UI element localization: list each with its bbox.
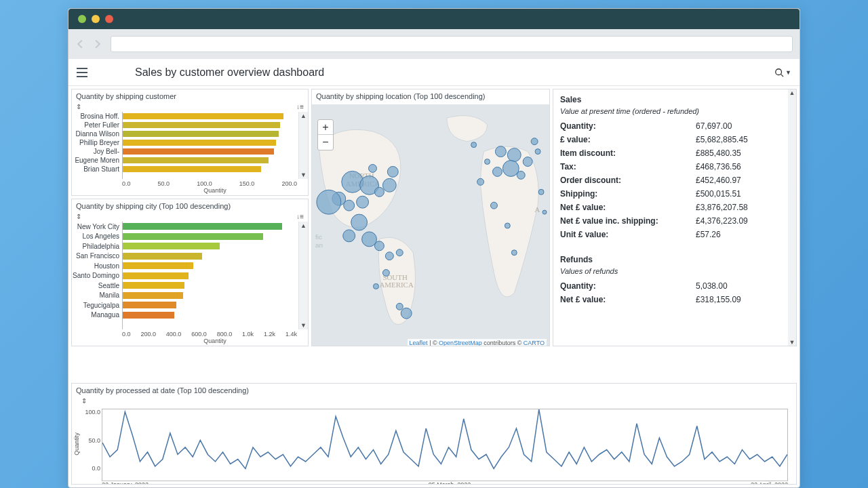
bar-row: [123, 310, 288, 321]
bar-row: [123, 232, 288, 242]
svg-point-27: [373, 283, 378, 289]
svg-point-13: [317, 190, 341, 214]
window-max-dot[interactable]: [105, 15, 113, 23]
bar[interactable]: [123, 243, 220, 249]
svg-point-23: [374, 241, 384, 251]
bar[interactable]: [123, 233, 263, 240]
bar[interactable]: [123, 223, 282, 230]
back-icon[interactable]: [75, 39, 85, 49]
panel-quantity-by-customer: Quantity by shipping customer ⇕↓≡ Brosin…: [71, 89, 309, 196]
sort-icon[interactable]: ⇕: [76, 213, 81, 220]
bar[interactable]: [123, 262, 193, 269]
svg-point-33: [492, 167, 502, 176]
map-attribution: Leaflet | © OpenStreetMap contributors ©…: [408, 339, 547, 346]
scrollbar[interactable]: ▲▼: [298, 112, 308, 179]
svg-point-26: [382, 270, 389, 277]
bar-category-label: Santo Domingo: [72, 271, 122, 281]
scrollbar[interactable]: ▲▼: [788, 89, 796, 346]
bar-category-label: Brosina Hoff.: [72, 112, 122, 121]
x-tick: 600.0: [191, 331, 207, 338]
carto-link[interactable]: CARTO: [524, 340, 545, 346]
bar[interactable]: [123, 312, 174, 319]
x-tick: 0.0: [122, 180, 131, 187]
bar[interactable]: [123, 166, 261, 172]
y-tick: 50.0: [81, 437, 100, 444]
svg-point-43: [471, 142, 477, 148]
bar[interactable]: [123, 131, 279, 137]
bar-row: [123, 222, 288, 232]
sort-icon[interactable]: ⇕: [81, 397, 87, 405]
svg-point-20: [351, 214, 368, 230]
stat-value: £5,682,885.45: [696, 135, 748, 144]
svg-line-1: [781, 74, 784, 77]
window-min-dot[interactable]: [92, 15, 100, 23]
stat-row: Net £ value inc. shipping:£4,376,223.09: [560, 214, 789, 228]
map-canvas[interactable]: NORTH AMERICA SOUTH AMERICA A fic an: [312, 103, 549, 346]
sort-desc-icon[interactable]: ↓≡: [296, 103, 304, 110]
bar[interactable]: [123, 292, 183, 299]
bar-row: [123, 147, 288, 156]
svg-point-44: [538, 189, 544, 195]
bar-category-label: Phillip Breyer: [72, 138, 122, 147]
stat-value: £57.26: [696, 230, 721, 239]
bar-row: [123, 129, 288, 138]
sort-icon[interactable]: ⇕: [76, 103, 81, 110]
stat-label: Unit £ value:: [560, 230, 696, 239]
world-map: NORTH AMERICA SOUTH AMERICA A fic an: [312, 103, 549, 346]
x-tick: 1.0k: [242, 331, 254, 338]
sales-heading: Sales: [560, 95, 789, 104]
svg-point-34: [517, 171, 525, 179]
bar-row: [123, 241, 288, 251]
bar[interactable]: [123, 272, 189, 279]
bar[interactable]: [123, 122, 280, 128]
address-bar[interactable]: [111, 36, 793, 52]
scrollbar[interactable]: ▲▼: [298, 222, 308, 329]
bar-category-label: Philadelphia: [72, 241, 122, 251]
stat-row: Shipping:£500,015.51: [560, 187, 789, 201]
x-tick: 200.0: [140, 331, 156, 338]
x-axis-label: Quantity: [72, 187, 308, 195]
bar-category-label: New York City: [72, 222, 122, 232]
search-dropdown[interactable]: ▼: [774, 68, 791, 77]
svg-text:an: an: [315, 241, 323, 249]
stat-label: Net £ value:: [560, 203, 696, 212]
svg-point-17: [382, 178, 396, 192]
bar[interactable]: [123, 253, 202, 260]
stat-row: Order discount:£452,460.97: [560, 174, 789, 187]
panel-title: Quantity by shipping customer: [72, 89, 308, 103]
bar-row: [123, 281, 288, 291]
leaflet-link[interactable]: Leaflet: [410, 340, 428, 346]
bar[interactable]: [123, 148, 274, 155]
forward-icon[interactable]: [93, 39, 102, 49]
bar[interactable]: [123, 302, 176, 308]
bar-row: [123, 271, 288, 281]
bar[interactable]: [123, 157, 269, 163]
stat-label: Net £ value inc. shipping:: [560, 216, 696, 226]
svg-point-39: [505, 223, 510, 228]
bar[interactable]: [123, 282, 184, 289]
bar[interactable]: [123, 140, 276, 146]
sort-desc-icon[interactable]: ↓≡: [296, 213, 304, 220]
bar-row: [123, 251, 288, 262]
zoom-out-button[interactable]: −: [318, 135, 333, 150]
panel-quantity-by-date: Quantity by processed at date (Top 100 d…: [71, 383, 797, 485]
zoom-in-button[interactable]: +: [318, 120, 333, 135]
bar[interactable]: [123, 113, 283, 119]
window-close-dot[interactable]: [78, 15, 86, 23]
bar-category-label: Manila: [72, 291, 122, 301]
stat-value: £318,155.09: [696, 295, 741, 304]
stat-value: 5,038.00: [696, 281, 728, 291]
svg-point-45: [542, 210, 547, 214]
bar-row: [123, 156, 288, 165]
stat-row: Net £ value:£3,876,207.58: [560, 201, 789, 214]
svg-point-31: [507, 148, 521, 162]
stat-label: £ value:: [560, 135, 696, 144]
stat-label: Quantity:: [560, 121, 696, 131]
svg-point-25: [396, 249, 403, 256]
panel-title: Quantity by processed at date (Top 100 d…: [72, 384, 796, 397]
menu-icon[interactable]: [77, 68, 87, 77]
svg-text:AMERICA: AMERICA: [379, 281, 413, 289]
osm-link[interactable]: OpenStreetMap: [439, 340, 482, 346]
x-tick: 200.0: [281, 180, 297, 187]
bar-row: [123, 165, 288, 174]
